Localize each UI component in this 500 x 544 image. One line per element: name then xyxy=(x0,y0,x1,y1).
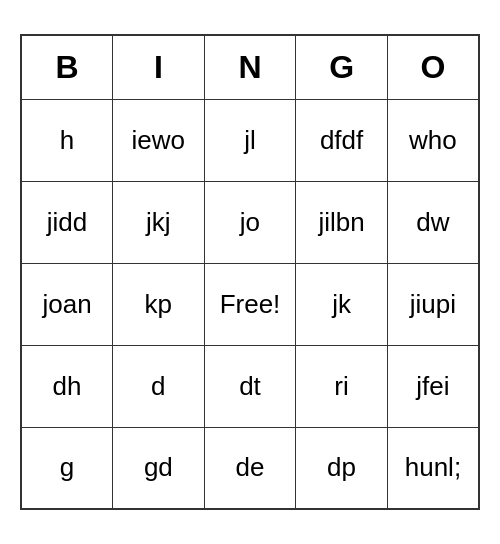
header-cell-n: N xyxy=(204,35,296,99)
cell-r3-c1: d xyxy=(113,345,205,427)
header-cell-i: I xyxy=(113,35,205,99)
header-cell-o: O xyxy=(387,35,479,99)
cell-r0-c3: dfdf xyxy=(296,99,388,181)
cell-r1-c4: dw xyxy=(387,181,479,263)
cell-r2-c2: Free! xyxy=(204,263,296,345)
table-row: hiewojldfdfwho xyxy=(21,99,479,181)
table-row: ggddedphunl; xyxy=(21,427,479,509)
cell-r3-c0: dh xyxy=(21,345,113,427)
cell-r0-c4: who xyxy=(387,99,479,181)
cell-r1-c0: jidd xyxy=(21,181,113,263)
cell-r2-c3: jk xyxy=(296,263,388,345)
table-row: dhddtrijfei xyxy=(21,345,479,427)
cell-r4-c2: de xyxy=(204,427,296,509)
header-row: BINGO xyxy=(21,35,479,99)
bingo-card: BINGO hiewojldfdfwhojiddjkjjojilbndwjoan… xyxy=(20,34,480,510)
cell-r0-c2: jl xyxy=(204,99,296,181)
cell-r0-c0: h xyxy=(21,99,113,181)
cell-r1-c1: jkj xyxy=(113,181,205,263)
cell-r1-c3: jilbn xyxy=(296,181,388,263)
cell-r3-c2: dt xyxy=(204,345,296,427)
cell-r4-c3: dp xyxy=(296,427,388,509)
cell-r2-c1: kp xyxy=(113,263,205,345)
table-row: jiddjkjjojilbndw xyxy=(21,181,479,263)
cell-r1-c2: jo xyxy=(204,181,296,263)
cell-r0-c1: iewo xyxy=(113,99,205,181)
header-cell-g: G xyxy=(296,35,388,99)
cell-r4-c0: g xyxy=(21,427,113,509)
cell-r2-c4: jiupi xyxy=(387,263,479,345)
cell-r4-c1: gd xyxy=(113,427,205,509)
cell-r4-c4: hunl; xyxy=(387,427,479,509)
table-row: joankpFree!jkjiupi xyxy=(21,263,479,345)
cell-r3-c4: jfei xyxy=(387,345,479,427)
cell-r3-c3: ri xyxy=(296,345,388,427)
header-cell-b: B xyxy=(21,35,113,99)
cell-r2-c0: joan xyxy=(21,263,113,345)
